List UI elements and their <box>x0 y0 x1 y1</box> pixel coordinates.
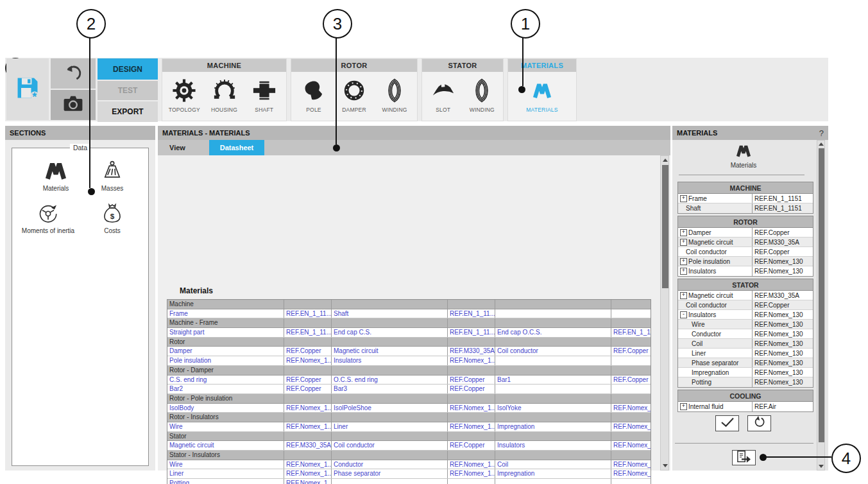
scroll-up-arrow-icon[interactable] <box>819 143 824 146</box>
property-row[interactable]: Coil conductorREF.Copper <box>678 300 813 310</box>
section-item-costs[interactable]: $Costs <box>80 201 144 234</box>
table-cell: REF.Nomex_1... <box>448 422 495 431</box>
property-row[interactable]: +FrameREF.EN_1_1151 <box>678 194 813 203</box>
restore-button[interactable] <box>747 415 771 431</box>
ribbon-item-damper[interactable]: DAMPER <box>336 77 372 113</box>
property-row[interactable]: ImpregnationREF.Nomex_130 <box>678 368 813 377</box>
properties-scrollbar[interactable] <box>817 140 825 471</box>
property-row[interactable]: +Pole insulationREF.Nomex_130 <box>678 257 813 266</box>
property-value[interactable]: REF.EN_1_1151 <box>753 194 813 203</box>
property-value[interactable]: REF.M330_35A <box>753 238 813 246</box>
property-value[interactable]: REF.Nomex_130 <box>753 257 813 266</box>
property-value[interactable]: REF.Copper <box>753 247 813 256</box>
undo-arrow-icon <box>62 61 85 87</box>
export-document-icon <box>736 450 752 466</box>
scroll-up-arrow-icon[interactable] <box>663 159 668 162</box>
ribbon-item-topology[interactable]: TOPOLOGY <box>166 77 202 113</box>
table-row: WireREF.Nomex_1...LinerREF.Nomex_1...Imp… <box>167 422 651 432</box>
save-button[interactable]: * <box>6 58 49 120</box>
expand-icon[interactable]: + <box>680 195 687 202</box>
property-section-header: COOLING <box>678 390 813 402</box>
table-cell <box>284 318 332 327</box>
property-row[interactable]: +Magnetic circuitREF.M330_35A <box>678 238 813 247</box>
property-value[interactable]: REF.Nomex_130 <box>753 377 813 387</box>
ribbon-item-housing[interactable]: HOUSING <box>207 77 243 113</box>
materials-panel-icon-block: Materials <box>672 144 815 169</box>
export-materials-button[interactable] <box>732 450 756 465</box>
properties-scrollbar-thumb[interactable] <box>819 148 824 442</box>
expand-icon[interactable]: + <box>680 239 687 246</box>
table-row: Pole insulationREF.Nomex_1...InsulatorsR… <box>167 356 651 366</box>
ribbon-item-winding[interactable]: WINDING <box>464 77 500 113</box>
property-row[interactable]: +Magnetic circuitREF.M330_35A <box>678 291 813 300</box>
section-item-materials[interactable]: Materials <box>24 159 88 192</box>
property-row[interactable]: CoilREF.Nomex_130 <box>678 339 813 349</box>
datasheet-scrollbar[interactable] <box>660 155 669 471</box>
property-value[interactable]: REF.Nomex_130 <box>753 310 813 319</box>
property-row[interactable]: ShaftREF.EN_1_1151 <box>678 203 813 213</box>
table-cell: O.C.S. end ring <box>332 376 448 385</box>
expand-icon[interactable]: + <box>680 229 687 236</box>
property-value[interactable]: REF.Nomex_130 <box>753 339 813 348</box>
property-row[interactable]: +DamperREF.Copper <box>678 228 813 238</box>
ribbon-item-pole[interactable]: POLE <box>296 77 332 113</box>
table-cell <box>495 479 611 484</box>
ribbon-item-label: TOPOLOGY <box>169 107 200 113</box>
property-value[interactable]: REF.EN_1_1151 <box>753 203 813 213</box>
ribbon-item-materials[interactable]: MATERIALS <box>524 77 560 113</box>
table-group-row: Rotor - Insulators <box>167 413 651 422</box>
scroll-down-arrow-icon[interactable] <box>819 465 824 468</box>
property-row[interactable]: PottingREF.Nomex_130 <box>678 377 813 387</box>
expand-icon[interactable]: + <box>680 292 687 299</box>
design-mode-button[interactable]: DESIGN <box>98 58 158 80</box>
section-item-moments-of-inertia[interactable]: Moments of inertia <box>16 201 80 234</box>
property-row[interactable]: Phase separatorREF.Nomex_130 <box>678 358 813 368</box>
table-cell <box>611 451 651 460</box>
table-cell <box>332 318 448 327</box>
ribbon-item-slot[interactable]: SLOT <box>425 77 461 113</box>
collapse-icon[interactable]: - <box>680 311 687 318</box>
tab-datasheet[interactable]: Datasheet <box>209 140 264 155</box>
data-groupbox-legend: Data <box>70 144 90 151</box>
expand-icon[interactable]: + <box>680 258 687 265</box>
property-row[interactable]: WireREF.Nomex_130 <box>678 320 813 329</box>
property-row[interactable]: ConductorREF.Nomex_130 <box>678 329 813 339</box>
datasheet-tabbar: View Datasheet <box>158 140 670 155</box>
table-cell: Magnetic circuit <box>332 347 448 356</box>
property-value[interactable]: REF.Nomex_130 <box>753 320 813 329</box>
properties-help-button[interactable]: ? <box>819 128 824 138</box>
ribbon-group-title: MATERIALS <box>508 59 576 72</box>
property-value[interactable]: REF.Nomex_130 <box>753 368 813 377</box>
export-mode-button[interactable]: EXPORT <box>98 101 158 122</box>
tab-view[interactable]: View <box>163 140 192 155</box>
table-cell: Pole insulation <box>167 356 284 365</box>
property-value[interactable]: REF.Air <box>753 402 813 411</box>
property-value[interactable]: REF.M330_35A <box>753 291 813 300</box>
test-mode-button[interactable]: TEST <box>98 81 158 100</box>
property-value[interactable]: REF.Nomex_130 <box>753 358 813 367</box>
datasheet-scrollbar-thumb[interactable] <box>662 165 668 288</box>
property-section-stator: STATOR+Magnetic circuitREF.M330_35ACoil … <box>677 279 813 388</box>
expand-icon[interactable]: + <box>680 268 687 275</box>
property-row[interactable]: Coil conductorREF.Copper <box>678 247 813 257</box>
table-cell: Stator <box>167 432 284 441</box>
property-value[interactable]: REF.Copper <box>753 228 813 237</box>
scroll-down-arrow-icon[interactable] <box>663 464 668 467</box>
property-value[interactable]: REF.Copper <box>753 300 813 309</box>
property-row[interactable]: +InsulatorsREF.Nomex_130 <box>678 266 813 276</box>
table-cell <box>495 413 611 422</box>
expand-icon[interactable]: + <box>680 403 687 410</box>
ribbon-item-winding[interactable]: WINDING <box>377 77 413 113</box>
table-cell: REF.EN_1_11... <box>448 309 495 318</box>
table-row: LinerREF.Nomex_1...Phase separatorREF.No… <box>167 469 651 479</box>
apply-button[interactable] <box>715 415 739 431</box>
table-row: DamperREF.CopperMagnetic circuitREF.M330… <box>167 347 651 356</box>
ribbon-item-shaft[interactable]: SHAFT <box>246 77 282 113</box>
property-value[interactable]: REF.Nomex_130 <box>753 349 813 358</box>
property-value[interactable]: REF.Nomex_130 <box>753 329 813 338</box>
property-row[interactable]: -InsulatorsREF.Nomex_130 <box>678 310 813 320</box>
table-group-row: Rotor <box>167 338 651 347</box>
property-value[interactable]: REF.Nomex_130 <box>753 266 813 276</box>
property-row[interactable]: +Internal fluidREF.Air <box>678 402 813 411</box>
property-row[interactable]: LinerREF.Nomex_130 <box>678 349 813 358</box>
